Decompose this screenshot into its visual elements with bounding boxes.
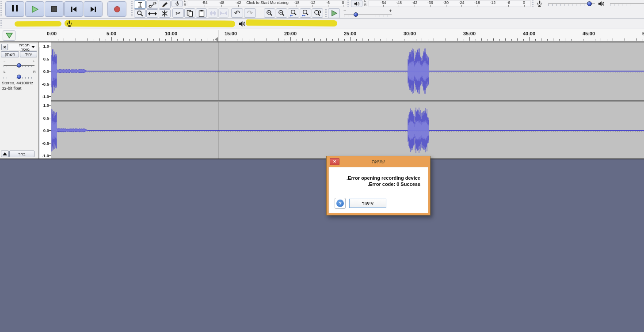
- silence-audio-button[interactable]: [218, 8, 229, 18]
- toolbar-grip[interactable]: [0, 1, 2, 17]
- vertical-ruler[interactable]: 1.00.50.0-0.5-1.01.00.50.0-0.5-1.0: [39, 42, 51, 159]
- mixer-microphone-icon: [536, 0, 543, 7]
- selection-tool-button[interactable]: [134, 0, 146, 9]
- ruler-tick: [481, 38, 482, 41]
- paste-button[interactable]: [196, 8, 207, 18]
- redo-button[interactable]: ↷: [244, 8, 256, 18]
- ruler-tick: [99, 38, 100, 41]
- ruler-tick: [135, 38, 136, 41]
- playback-meter[interactable]: -54-48-42-36-30-24-18-12-60: [369, 0, 530, 7]
- recording-meter[interactable]: -54-48-42-18-12-60Click to Start Monitor…: [188, 0, 345, 7]
- vruler-label: 0.0: [43, 69, 49, 74]
- toolbar-grip[interactable]: [131, 1, 133, 17]
- vruler-tick: [49, 96, 51, 97]
- zoom-in-button[interactable]: [264, 8, 275, 18]
- vruler-label: 0.5: [43, 115, 49, 120]
- close-track-button[interactable]: ✕: [1, 44, 8, 50]
- playback-meter-speaker-button[interactable]: [351, 0, 362, 7]
- toolbar-grip[interactable]: [0, 20, 2, 27]
- undo-button[interactable]: ↶: [231, 8, 243, 18]
- ruler-tick: [183, 38, 183, 41]
- dialog-ok-button[interactable]: אישור: [349, 199, 386, 208]
- ruler-label: 35:00: [463, 31, 476, 36]
- play-at-speed-button[interactable]: [328, 8, 340, 18]
- pause-icon: [11, 5, 19, 13]
- mute-label: השתק: [5, 52, 15, 57]
- multi-tool-button[interactable]: [159, 9, 171, 18]
- gain-knob[interactable]: [17, 63, 21, 68]
- monitor-text[interactable]: Click to Start Monitoring: [246, 0, 289, 5]
- draw-tool-button[interactable]: [159, 0, 171, 9]
- time-shift-tool-button[interactable]: [146, 9, 158, 18]
- chevron-down-icon: [31, 46, 35, 48]
- record-button[interactable]: [107, 1, 126, 17]
- recording-volume-knob[interactable]: [587, 1, 592, 6]
- fit-project-button[interactable]: [300, 8, 311, 18]
- time-shift-tool-icon: [148, 11, 157, 16]
- vruler-label: -0.5: [42, 81, 49, 86]
- play-speed-knob[interactable]: [354, 12, 358, 17]
- toolbar-grip[interactable]: [347, 0, 349, 7]
- zoom-toggle-button[interactable]: [312, 8, 323, 18]
- cut-button[interactable]: ✂: [172, 8, 184, 18]
- stop-button[interactable]: [45, 1, 64, 17]
- meter-scale-label: 0: [342, 0, 344, 5]
- copy-button[interactable]: [184, 8, 195, 18]
- undo-icon: ↶: [234, 10, 240, 17]
- envelope-tool-button[interactable]: [146, 0, 158, 9]
- solo-button[interactable]: יחיד: [20, 51, 37, 57]
- meter-scale-label: -6: [507, 0, 510, 5]
- skip-to-end-button[interactable]: [84, 1, 103, 17]
- trim-audio-button[interactable]: [208, 8, 218, 18]
- record-meter-mic-button[interactable]: [171, 0, 183, 7]
- ruler-tick: [278, 38, 279, 41]
- vruler-tick: [49, 130, 51, 131]
- envelope-tool-icon: [148, 2, 157, 8]
- zoom-out-button[interactable]: [276, 8, 287, 18]
- ruler-tick: [529, 37, 530, 41]
- dialog-close-button[interactable]: ✕: [330, 158, 339, 165]
- ruler-tick: [625, 38, 625, 41]
- timeline-ruler[interactable]: 0:005:0010:0015:0020:0025:0030:0035:0040…: [0, 29, 644, 42]
- collapse-track-button[interactable]: [1, 151, 9, 157]
- select-track-button[interactable]: בחר: [9, 151, 34, 157]
- meter-scale-label: -48: [396, 0, 402, 5]
- play-button[interactable]: [25, 1, 44, 17]
- skip-to-start-button[interactable]: [64, 1, 83, 17]
- ruler-tick-minor: [499, 39, 500, 41]
- zoom-to-selection-button[interactable]: [288, 8, 299, 18]
- vruler-label: 1.0: [43, 103, 49, 108]
- playback-device-speaker-icon: [238, 20, 246, 27]
- ruler-tick-minor: [464, 39, 464, 41]
- speed-slider-max-label: +: [389, 8, 392, 13]
- mute-button[interactable]: השתק: [1, 51, 19, 57]
- cut-icon: ✂: [175, 10, 181, 16]
- toolbar-grip[interactable]: [325, 9, 327, 17]
- meter-scale-label: 0: [523, 0, 525, 5]
- waveform-area[interactable]: [51, 42, 644, 159]
- dialog-help-button[interactable]: ?: [335, 198, 346, 209]
- track-name-menu[interactable]: תבנית מוסר: [9, 44, 37, 50]
- skip-to-end-icon: [89, 6, 97, 13]
- ruler-tick-minor: [332, 39, 333, 41]
- ruler-tick-minor: [452, 39, 452, 41]
- track-bottom-border: [0, 158, 644, 159]
- meter-tick: [297, 5, 297, 7]
- ruler-tick-minor: [118, 39, 118, 41]
- ruler-tick: [553, 38, 553, 41]
- ruler-tick-minor: [380, 39, 381, 41]
- speaker-icon: [354, 1, 360, 7]
- zoom-tool-button[interactable]: [134, 9, 146, 18]
- meter-tick: [415, 5, 415, 7]
- playhead-triangle-icon[interactable]: [215, 37, 218, 42]
- pause-button[interactable]: [5, 1, 24, 17]
- meter-scale-label: -54: [202, 0, 207, 5]
- dialog-titlebar[interactable]: שגיאה: [327, 156, 430, 167]
- selection-tool-icon: [137, 2, 144, 8]
- draw-tool-icon: [161, 2, 168, 8]
- track-format-info: Stereo, 44100Hz 32-bit float: [2, 80, 33, 91]
- select-label: בחר: [18, 152, 25, 156]
- toolbar-grip[interactable]: [532, 0, 533, 7]
- record-icon: [114, 6, 121, 13]
- pan-knob[interactable]: [17, 75, 21, 79]
